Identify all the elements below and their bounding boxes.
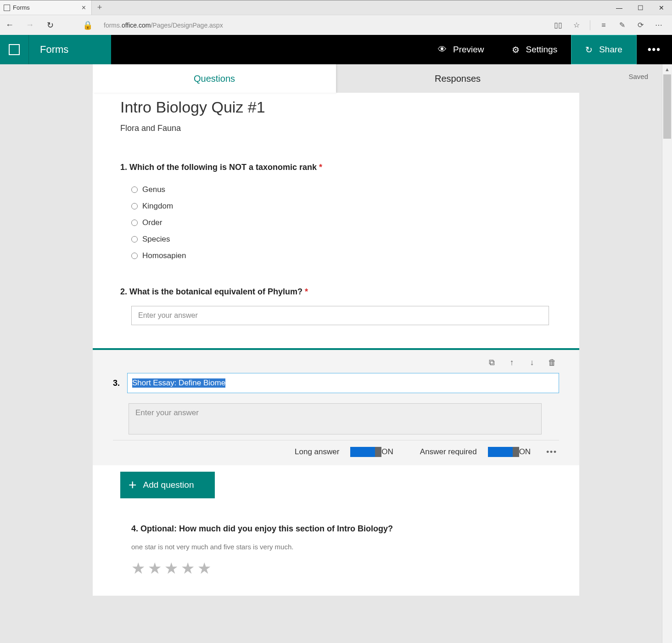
browser-titlebar: Forms × + — ☐ ✕: [0, 0, 672, 15]
q1-option-3[interactable]: Order: [120, 214, 552, 231]
url-prefix: forms.: [104, 22, 122, 29]
q1-option-2[interactable]: Kingdom: [120, 198, 552, 214]
radio-icon: [131, 220, 138, 226]
q2-answer-input[interactable]: Enter your answer: [131, 306, 549, 325]
required-label: Answer required: [420, 447, 477, 457]
required-state: ON: [519, 447, 531, 457]
long-answer-state: ON: [381, 447, 393, 457]
app-bar: Forms 👁 Preview ⚙ Settings ↻ Share •••: [0, 35, 672, 64]
preview-label: Preview: [453, 45, 484, 55]
star-icon[interactable]: ★: [164, 559, 178, 577]
required-toggle[interactable]: [488, 447, 513, 457]
question-3-editor: ⧉ ↑ ↓ 🗑 3. Short Essay: Define Biome Ent…: [93, 348, 579, 465]
q3-toolbar: ⧉ ↑ ↓ 🗑: [113, 357, 559, 373]
share-button[interactable]: ↻ Share: [571, 35, 637, 64]
add-question-label: Add question: [143, 480, 194, 490]
app-title: Forms: [28, 35, 111, 64]
radio-icon: [131, 253, 138, 259]
star-icon[interactable]: ★: [148, 559, 162, 577]
url-host: office.com: [122, 22, 151, 29]
radio-icon: [131, 203, 138, 209]
q3-number: 3.: [113, 378, 120, 388]
hub-icon[interactable]: ≡: [599, 20, 609, 30]
separator: [590, 20, 590, 30]
tab-title: Forms: [13, 4, 30, 11]
star-icon[interactable]: ★: [181, 559, 195, 577]
scroll-up-icon[interactable]: ▲: [662, 64, 672, 74]
question-4[interactable]: 4. Optional: How much did you enjoy this…: [131, 524, 552, 577]
long-answer-label: Long answer: [295, 447, 339, 457]
browser-more-icon[interactable]: ⋯: [654, 20, 664, 30]
url-box[interactable]: forms.office.com/Pages/DesignPage.aspx: [102, 22, 540, 29]
share-loop-icon: ↻: [585, 45, 593, 55]
form-body: Intro Biology Quiz #1 Flora and Fauna 1.…: [93, 93, 579, 596]
q3-question-input[interactable]: Short Essay: Define Biome: [127, 373, 559, 393]
star-icon[interactable]: ★: [197, 559, 211, 577]
address-bar: ← → ↻ 🔒 forms.office.com/Pages/DesignPag…: [0, 15, 672, 35]
copy-icon[interactable]: ⧉: [487, 357, 497, 367]
q3-edit-row: 3. Short Essay: Define Biome: [113, 373, 559, 393]
tab-responses[interactable]: Responses: [336, 64, 579, 93]
tab-close-button[interactable]: ×: [80, 4, 88, 11]
move-up-icon[interactable]: ↑: [507, 357, 517, 367]
app-more-button[interactable]: •••: [637, 35, 672, 64]
q3-more-icon[interactable]: •••: [546, 447, 557, 457]
long-answer-toggle[interactable]: [350, 447, 375, 457]
tab-questions[interactable]: Questions: [93, 64, 336, 93]
saved-status: Saved: [628, 73, 648, 80]
refresh-button[interactable]: ↻: [44, 20, 56, 30]
share-label: Share: [599, 45, 622, 55]
radio-icon: [131, 186, 138, 193]
q3-selected-text: Short Essay: Define Biome: [132, 378, 225, 388]
preview-button[interactable]: 👁 Preview: [424, 35, 498, 64]
question-2[interactable]: 2. What is the botanical equivalent of P…: [120, 287, 552, 325]
star-icon[interactable]: ★: [131, 559, 145, 577]
q1-text: 1. Which of the following is NOT a taxon…: [120, 163, 552, 172]
window-controls: — ☐ ✕: [609, 0, 672, 15]
q4-subtitle: one star is not very much and five stars…: [131, 543, 552, 551]
q1-option-1[interactable]: Genus: [120, 181, 552, 198]
office-logo[interactable]: [0, 35, 28, 64]
plus-icon: +: [129, 478, 137, 492]
minimize-button[interactable]: —: [609, 0, 630, 15]
radio-icon: [131, 236, 138, 243]
url-path: /Pages/DesignPage.aspx: [151, 22, 223, 29]
new-tab-button[interactable]: +: [92, 0, 107, 15]
q2-text: 2. What is the botanical equivalent of P…: [120, 287, 552, 297]
form-title[interactable]: Intro Biology Quiz #1: [120, 93, 552, 116]
forward-button[interactable]: →: [24, 20, 36, 30]
q1-option-5[interactable]: Homosapien: [120, 248, 552, 264]
content-area: Saved Questions Responses Intro Biology …: [0, 64, 672, 643]
question-1[interactable]: 1. Which of the following is NOT a taxon…: [120, 163, 552, 264]
form-description[interactable]: Flora and Fauna: [120, 124, 552, 133]
browser-right-controls: ▯▯ ☆ ≡ ✎ ⟳ ⋯: [553, 20, 664, 30]
q3-answer-input[interactable]: Enter your answer: [129, 403, 542, 434]
scrollbar[interactable]: ▲: [662, 64, 672, 643]
notes-icon[interactable]: ✎: [617, 20, 627, 30]
eye-icon: 👁: [438, 45, 447, 55]
q1-option-4[interactable]: Species: [120, 231, 552, 248]
required-asterisk: *: [305, 287, 308, 296]
favorite-icon[interactable]: ☆: [571, 20, 582, 30]
delete-icon[interactable]: 🗑: [547, 357, 557, 367]
settings-label: Settings: [526, 45, 558, 55]
close-window-button[interactable]: ✕: [651, 0, 672, 15]
browser-tab[interactable]: Forms ×: [0, 0, 92, 15]
add-question-button[interactable]: + Add question: [120, 472, 215, 498]
form-page: Questions Responses Intro Biology Quiz #…: [93, 64, 579, 643]
q4-text: 4. Optional: How much did you enjoy this…: [131, 524, 552, 534]
tab-favicon: [4, 5, 10, 11]
q3-options-row: Long answer ON Answer required ON •••: [113, 440, 559, 457]
scroll-thumb[interactable]: [663, 74, 671, 139]
form-tabs: Questions Responses: [93, 64, 579, 93]
settings-button[interactable]: ⚙ Settings: [498, 35, 571, 64]
gear-icon: ⚙: [512, 45, 520, 55]
required-asterisk: *: [319, 163, 322, 172]
maximize-button[interactable]: ☐: [630, 0, 651, 15]
move-down-icon[interactable]: ↓: [527, 357, 537, 367]
reading-view-icon[interactable]: ▯▯: [553, 20, 563, 30]
share-icon[interactable]: ⟳: [635, 20, 645, 30]
back-button[interactable]: ←: [4, 20, 16, 30]
lock-icon: 🔒: [82, 20, 94, 30]
rating-stars[interactable]: ★ ★ ★ ★ ★: [131, 559, 552, 577]
